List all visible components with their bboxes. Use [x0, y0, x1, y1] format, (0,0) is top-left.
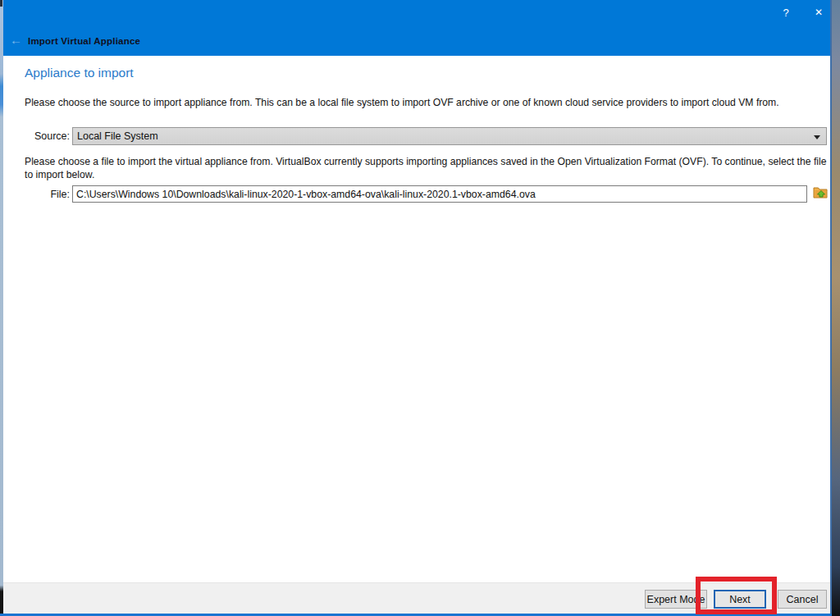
expert-mode-button[interactable]: Expert Mode: [645, 590, 707, 609]
back-arrow-icon[interactable]: ←: [10, 34, 22, 47]
cancel-button[interactable]: Cancel: [778, 590, 827, 609]
dialog-footer: Expert Mode Next Cancel: [3, 582, 830, 614]
screen: ? ✕ ← Import Virtual Appliance Appliance…: [0, 0, 840, 616]
next-button[interactable]: Next: [714, 590, 766, 609]
chevron-down-icon: [814, 135, 820, 139]
close-icon[interactable]: ✕: [810, 5, 827, 20]
folder-up-arrow-icon: [813, 185, 829, 203]
source-label: Source:: [25, 130, 70, 142]
file-label: File:: [25, 189, 70, 200]
help-icon[interactable]: ?: [778, 5, 794, 20]
page-title: Appliance to import: [25, 66, 134, 80]
browse-file-button[interactable]: [812, 185, 829, 203]
file-description-text: Please choose a file to import the virtu…: [25, 155, 832, 182]
source-combobox-value: Local File System: [77, 130, 158, 142]
wizard-title: Import Virtual Appliance: [28, 36, 140, 46]
source-combobox[interactable]: Local File System: [72, 127, 827, 145]
file-path-input[interactable]: [72, 185, 807, 203]
source-description-text: Please choose the source to import appli…: [25, 96, 832, 109]
background-window-edge: [0, 0, 2, 7]
import-appliance-dialog: ? ✕ ← Import Virtual Appliance Appliance…: [3, 0, 832, 614]
desktop-background-right-strip: [832, 0, 840, 616]
dialog-titlebar: ? ✕ ← Import Virtual Appliance: [3, 0, 830, 56]
